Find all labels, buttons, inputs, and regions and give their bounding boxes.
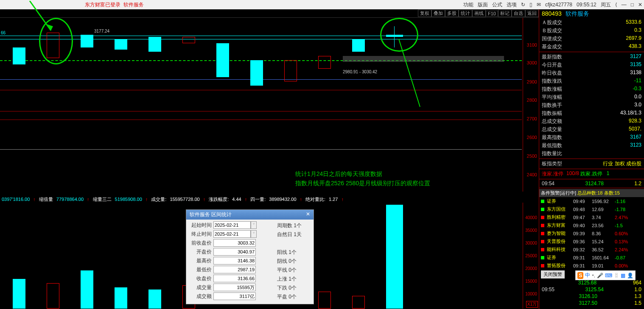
sidebar-data-row: 基金成交438.3 bbox=[539, 43, 644, 51]
vol-bar bbox=[318, 292, 331, 309]
range-stats-dialog[interactable]: 软件服务 区间统计 ✕ 起始时间▾终止时间▾前收盘价开盘价最高价最低价收盘价成交… bbox=[186, 209, 314, 304]
y-tick: 2600 bbox=[527, 135, 537, 140]
value-input[interactable] bbox=[213, 266, 256, 273]
candle bbox=[216, 43, 229, 77]
dialog-info-text: 周期数 1个 bbox=[277, 222, 312, 231]
hline-red-2 bbox=[0, 111, 522, 111]
tb-mark[interactable]: 标记 bbox=[498, 10, 512, 17]
user-id: cfjkz427778 bbox=[545, 2, 572, 8]
login-status: 东方财富已登录 软件服务 bbox=[85, 1, 144, 8]
value-input[interactable] bbox=[213, 257, 256, 264]
tb-overlay[interactable]: 叠加 bbox=[431, 10, 445, 17]
tb-fuquan[interactable]: 复权 bbox=[418, 10, 431, 17]
tb-stats[interactable]: 统计 bbox=[459, 10, 472, 17]
alert-row[interactable]: 冒拓股份09:3119.010.00% bbox=[539, 262, 644, 270]
dropdown-icon[interactable]: ▾ bbox=[251, 230, 257, 238]
y-tick: 3000 bbox=[527, 60, 537, 65]
menu-options[interactable]: 选项 bbox=[507, 1, 517, 8]
refresh-icon[interactable]: ↻ bbox=[521, 2, 525, 8]
candle bbox=[182, 37, 195, 43]
mail-icon[interactable]: ✉ bbox=[537, 2, 541, 8]
y-tick: 2500 bbox=[527, 153, 537, 159]
alert-row[interactable]: 东方财富09:4023.56-1.5 bbox=[539, 221, 644, 229]
board-type-row: 板指类型行业 加权 成份股 bbox=[539, 160, 644, 168]
dialog-close-icon[interactable]: ✕ bbox=[306, 211, 310, 218]
y-axis: 3100 3000 2900 2800 2700 2600 2500 2400 bbox=[523, 18, 539, 192]
dialog-info-text: 阳线 1个 bbox=[277, 249, 312, 258]
hline-2 bbox=[0, 39, 522, 39]
sidebar-data-row: 指数量比 bbox=[539, 150, 644, 158]
weekday: 周五 bbox=[601, 1, 611, 8]
back-icon[interactable]: ⟨ bbox=[615, 2, 617, 8]
sidebar-data-row: 最低指数3123 bbox=[539, 142, 644, 150]
dropdown-icon[interactable]: ▾ bbox=[251, 221, 257, 229]
phone-icon[interactable]: ▯ bbox=[529, 2, 532, 8]
annotation-2: 指数月线开盘2526 2580是月线级别打压的观察位置 bbox=[295, 180, 430, 187]
sidebar-data-row: 总成交额928.3 bbox=[539, 117, 644, 125]
close-alert-button[interactable]: 关闭预警 bbox=[541, 270, 565, 278]
candle bbox=[386, 35, 403, 37]
candle bbox=[352, 39, 365, 52]
sidebar-data-row: 指数涨跌-11 bbox=[539, 77, 644, 85]
tb-f10[interactable]: F10 bbox=[486, 11, 498, 17]
menu-layout[interactable]: 版面 bbox=[478, 1, 488, 8]
kline-chart[interactable]: 66 3177.24 2980.91 - 3030.42 统计1月24日之后的每… bbox=[0, 18, 539, 192]
minimize-icon[interactable]: — bbox=[622, 2, 627, 8]
dialog-info-text: 平盘 0个 bbox=[277, 293, 312, 302]
tb-draw[interactable]: 画线 bbox=[472, 10, 486, 17]
stock-code: 880493 bbox=[542, 10, 562, 17]
vol-bar bbox=[386, 205, 403, 309]
menu-formula[interactable]: 公式 bbox=[492, 1, 502, 8]
value-input[interactable] bbox=[213, 284, 256, 291]
hline-red-1 bbox=[0, 90, 522, 90]
alert-row[interactable]: 赛为智能09:398.360.60% bbox=[539, 229, 644, 237]
y-tick: 2800 bbox=[527, 97, 537, 103]
sidebar-data-row: Ａ股成交5333.6 bbox=[539, 19, 644, 27]
dialog-field-row: 终止时间▾ bbox=[188, 230, 274, 238]
dialog-title-text: 软件服务 区间统计 bbox=[190, 211, 232, 218]
value-input[interactable] bbox=[213, 239, 256, 247]
alert-row[interactable]: 证券09:311601.64-0.87 bbox=[539, 253, 644, 262]
dialog-titlebar[interactable]: 软件服务 区间统计 ✕ bbox=[186, 210, 314, 220]
maximize-icon[interactable]: □ bbox=[631, 2, 634, 8]
dialog-info-text: 平线 0个 bbox=[277, 267, 312, 276]
candle bbox=[250, 60, 263, 86]
range-label: 2980.91 - 3030.42 bbox=[343, 70, 377, 74]
ime-mic-icon[interactable]: 🎤 bbox=[597, 273, 603, 278]
tb-fav[interactable]: 自选 bbox=[512, 10, 525, 17]
value-input[interactable] bbox=[213, 275, 256, 282]
ime-tools-icon[interactable]: 🎛 bbox=[614, 273, 619, 278]
tb-return[interactable]: 返回 bbox=[525, 10, 539, 17]
alert-row[interactable]: 天普股份09:3615.240.13% bbox=[539, 237, 644, 245]
vol-bar bbox=[81, 270, 93, 309]
sidebar-data-row: 平均涨幅0.0 bbox=[539, 93, 644, 101]
close-icon[interactable]: ✕ bbox=[638, 2, 642, 8]
clock: 09:55:12 bbox=[577, 2, 596, 8]
alert-row[interactable]: 能科科技09:3236.522.24% bbox=[539, 245, 644, 253]
alert-row[interactable]: 胜利精密09:473.742.47% bbox=[539, 213, 644, 221]
value-input[interactable] bbox=[213, 292, 256, 300]
date-input[interactable] bbox=[213, 221, 251, 229]
sidebar-header: 880493 软件服务 bbox=[539, 9, 644, 19]
date-input[interactable] bbox=[213, 230, 251, 238]
stock-name: 软件服务 bbox=[566, 10, 589, 17]
ime-toolbar[interactable]: S 中 •, 🎤 ⌨ 🎛 ▦ 👤 bbox=[575, 270, 636, 280]
high-label: 3177.24 bbox=[94, 29, 109, 33]
dialog-field-row: 前收盘价 bbox=[188, 239, 274, 247]
y-tick: 2900 bbox=[527, 79, 537, 84]
alert-row[interactable]: 证券09:491596.92-1.16 bbox=[539, 197, 644, 205]
ime-user-icon[interactable]: 👤 bbox=[627, 273, 633, 278]
ime-kb-icon[interactable]: ⌨ bbox=[605, 273, 612, 278]
alert-row[interactable]: 东方国信09:4812.69-1.78 bbox=[539, 205, 644, 213]
vol-bar bbox=[115, 287, 127, 309]
ime-zhong-icon[interactable]: 中 bbox=[585, 272, 590, 279]
svg-line-0 bbox=[30, 1, 51, 31]
value-input[interactable] bbox=[213, 248, 256, 256]
tb-multi[interactable]: 多股 bbox=[445, 10, 459, 17]
candle bbox=[81, 35, 93, 47]
ime-s-icon[interactable]: S bbox=[577, 272, 583, 279]
ime-grid-icon[interactable]: ▦ bbox=[621, 273, 625, 278]
menu-func[interactable]: 功能 bbox=[463, 1, 473, 8]
candle bbox=[115, 39, 127, 50]
candle bbox=[318, 56, 331, 69]
